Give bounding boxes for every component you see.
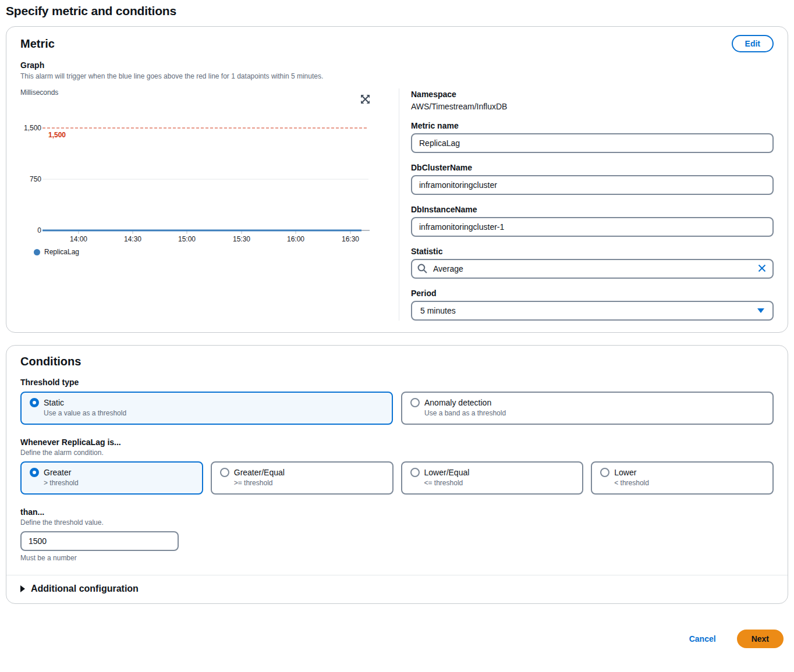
- search-icon: [417, 264, 427, 275]
- page-title: Specify metric and conditions: [6, 4, 788, 18]
- graph-description: This alarm will trigger when the blue li…: [20, 72, 774, 80]
- radio-button-lower[interactable]: [600, 468, 609, 477]
- legend-label-replicalag: ReplicaLag: [44, 248, 79, 256]
- threshold-line-label: 1,500: [48, 131, 66, 139]
- whenever-description: Define the alarm condition.: [20, 449, 774, 457]
- static-option-label: Static: [44, 398, 64, 407]
- conditions-title: Conditions: [20, 355, 774, 368]
- threshold-value-hint: Must be a number: [20, 554, 774, 562]
- graph-label: Graph: [20, 61, 774, 70]
- db-instance-name-input[interactable]: [411, 217, 774, 237]
- than-description: Define the threshold value.: [20, 518, 774, 527]
- wizard-footer: Cancel Next: [6, 630, 788, 648]
- threshold-type-option-anomaly-detection[interactable]: Anomaly detection Use a band as a thresh…: [401, 392, 774, 425]
- lower-equal-option-label: Lower/Equal: [424, 468, 470, 477]
- operator-option-greater[interactable]: Greater > threshold: [20, 461, 203, 495]
- page: Specify metric and conditions Metric Edi…: [0, 4, 794, 648]
- clear-statistic-button[interactable]: [757, 264, 767, 275]
- greater-equal-option-label: Greater/Equal: [234, 468, 285, 477]
- lower-equal-option-description: <= threshold: [424, 479, 575, 487]
- operator-option-greater-equal[interactable]: Greater/Equal >= threshold: [211, 461, 394, 495]
- period-label: Period: [411, 289, 774, 298]
- anomaly-option-label: Anomaly detection: [424, 398, 491, 407]
- legend-marker-replicalag: [34, 249, 40, 255]
- statistic-input[interactable]: [411, 259, 774, 279]
- conditions-card: Conditions Threshold type Static Use a v…: [6, 345, 788, 604]
- greater-equal-option-description: >= threshold: [234, 479, 384, 487]
- greater-option-description: > threshold: [44, 479, 194, 487]
- radio-button-static[interactable]: [30, 398, 39, 407]
- additional-configuration-label: Additional configuration: [31, 584, 139, 594]
- db-instance-name-label: DbInstanceName: [411, 205, 774, 214]
- lower-option-description: < threshold: [614, 479, 764, 487]
- whenever-label: Whenever ReplicaLag is...: [20, 438, 774, 447]
- threshold-type-option-static[interactable]: Static Use a value as a threshold: [20, 392, 393, 425]
- operator-option-lower[interactable]: Lower < threshold: [591, 461, 774, 495]
- radio-button-greater-equal[interactable]: [220, 468, 229, 477]
- y-tick-750: 750: [20, 175, 41, 183]
- y-tick-1500: 1,500: [20, 124, 41, 132]
- x-tick-1600: 16:00: [277, 235, 314, 243]
- than-label: than...: [20, 507, 774, 517]
- db-cluster-name-input[interactable]: [411, 175, 774, 195]
- namespace-value: AWS/Timestream/InfluxDB: [411, 102, 774, 111]
- db-cluster-name-label: DbClusterName: [411, 163, 774, 172]
- namespace-label: Namespace: [411, 90, 774, 99]
- threshold-value-input[interactable]: [20, 531, 179, 551]
- next-button[interactable]: Next: [737, 630, 784, 648]
- edit-button[interactable]: Edit: [732, 35, 774, 52]
- metric-name-input[interactable]: [411, 133, 774, 153]
- additional-configuration-expander[interactable]: Additional configuration: [6, 575, 788, 603]
- static-option-description: Use a value as a threshold: [44, 409, 384, 417]
- caret-right-icon: [20, 585, 25, 592]
- greater-option-label: Greater: [44, 468, 71, 477]
- x-tick-1530: 15:30: [223, 235, 260, 243]
- chevron-down-icon: [757, 308, 764, 313]
- operator-option-lower-equal[interactable]: Lower/Equal <= threshold: [401, 461, 584, 495]
- chart-legend[interactable]: ReplicaLag: [34, 248, 79, 256]
- radio-button-greater[interactable]: [30, 468, 39, 477]
- statistic-label: Statistic: [411, 247, 774, 256]
- radio-button-anomaly-detection[interactable]: [410, 398, 420, 407]
- close-icon: [757, 264, 767, 273]
- cancel-button[interactable]: Cancel: [686, 634, 719, 644]
- y-tick-0: 0: [20, 226, 41, 234]
- x-tick-1500: 15:00: [168, 235, 205, 243]
- x-tick-1400: 14:00: [60, 235, 97, 243]
- threshold-type-label: Threshold type: [20, 378, 774, 387]
- metric-card-title: Metric: [20, 37, 55, 51]
- period-select[interactable]: 5 minutes: [411, 301, 774, 321]
- metric-chart: Milliseconds: [20, 88, 399, 266]
- metric-card: Metric Edit Graph This alarm will trigge…: [6, 26, 788, 333]
- x-tick-1430: 14:30: [114, 235, 151, 243]
- lower-option-label: Lower: [614, 468, 636, 477]
- anomaly-option-description: Use a band as a threshold: [424, 409, 764, 417]
- metric-name-label: Metric name: [411, 121, 774, 130]
- x-tick-1630: 16:30: [332, 235, 369, 243]
- period-selected-value: 5 minutes: [420, 306, 456, 315]
- radio-button-lower-equal[interactable]: [410, 468, 420, 477]
